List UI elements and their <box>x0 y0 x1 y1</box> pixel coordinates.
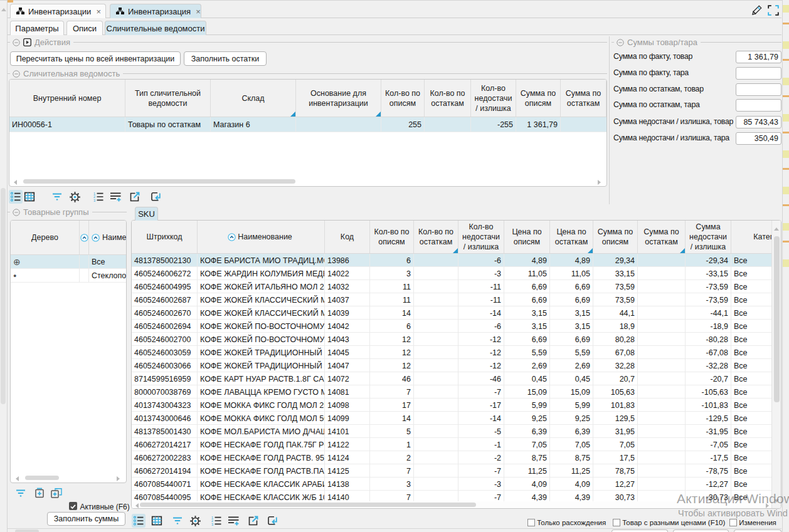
statement-row[interactable]: ИН00056-1Товары по остаткамМагазин 6255-… <box>9 117 606 132</box>
tab-sku[interactable]: SKU <box>135 207 158 221</box>
sku-row[interactable]: 4607085440071КОФЕ НЕСКАФЕ КЛАССИК АРАБИК… <box>132 477 781 491</box>
scroll-right-icon[interactable] <box>766 503 769 508</box>
gear-icon[interactable] <box>188 514 202 528</box>
scroll-left-icon[interactable] <box>135 503 139 508</box>
column-header[interactable]: Сумма по остаткам <box>561 80 606 117</box>
leaf-node-icon[interactable]: ● <box>11 269 80 283</box>
sums-field-input[interactable] <box>736 67 781 80</box>
column-header[interactable]: Тип сличительной ведомости <box>125 80 211 117</box>
tree-row[interactable]: ⊕Все <box>11 255 126 269</box>
sku-row[interactable]: 4813785001430КОФЕ МОЛ.БАРИСТА МИО Д/ЧАШК… <box>132 425 781 438</box>
numbered-list-icon[interactable]: 123 <box>209 514 223 528</box>
column-header[interactable]: Кол-во по остаткам <box>425 80 471 117</box>
list-add-icon[interactable] <box>226 514 240 528</box>
tab-close-icon[interactable]: × <box>196 8 201 16</box>
sums-field-input[interactable] <box>736 83 781 96</box>
list-add-icon[interactable] <box>109 190 122 204</box>
column-header[interactable]: Цена по описям <box>504 221 550 253</box>
column-header[interactable]: Сумма недостачи / излишка <box>686 221 731 253</box>
column-header[interactable]: Склад <box>211 80 296 117</box>
sku-row[interactable]: 4605246004995КОФЕ ЖОКЕЙ ИТАЛЬЯНО МОЛ 250… <box>132 280 781 293</box>
sums-field-input[interactable] <box>736 99 781 112</box>
column-header[interactable]: Кол-во по описям <box>381 80 425 117</box>
tab-inventarizacii[interactable]: Инвентаризации × <box>10 4 106 18</box>
column-header[interactable]: Штрихкод <box>132 221 198 253</box>
scroll-up-icon[interactable] <box>774 227 779 231</box>
left-scrollbar[interactable] <box>0 0 7 532</box>
collapse-icon[interactable] <box>617 39 624 46</box>
sku-row[interactable]: 4013743004323КОФЕ МОККА ФИКС ГОЛД МОЛ 25… <box>132 399 781 412</box>
fill-remainders-button[interactable]: Заполнить остатки <box>184 51 267 66</box>
collapse-icon[interactable] <box>13 39 20 46</box>
sku-row[interactable]: 8714599516959КОФЕ КАРТ НУАР РАСТВ.1.8Г C… <box>132 372 781 385</box>
subtab-opisi[interactable]: Описи <box>66 21 103 35</box>
column-header[interactable]: Кол-во по описям <box>370 221 414 253</box>
sku-vscrollbar[interactable] <box>771 221 781 508</box>
column-header[interactable]: Кол-во по остаткам <box>414 221 458 253</box>
statement-hscrollbar[interactable] <box>9 178 606 185</box>
tree-row[interactable]: ●Стеклопос <box>11 269 126 283</box>
open-external-icon[interactable] <box>246 514 260 528</box>
scroll-right-icon[interactable] <box>117 476 120 481</box>
scroll-down-icon[interactable] <box>774 499 779 503</box>
subtab-slichitelnye[interactable]: Сличительные ведомости <box>105 21 206 35</box>
sums-field-input[interactable]: 85 743,43 <box>736 116 781 128</box>
scroll-left-icon[interactable] <box>16 476 19 481</box>
column-header[interactable] <box>80 221 89 254</box>
scroll-left-icon[interactable] <box>14 180 17 185</box>
filter-checkbox-row[interactable]: Товар с разными ценами (F10) <box>613 516 725 528</box>
refresh-icon[interactable] <box>149 190 162 204</box>
column-header[interactable]: Сумма по описям <box>593 221 638 253</box>
recalc-prices-button[interactable]: Пересчитать цены по всей инвентаризации <box>10 51 181 66</box>
refresh-icon[interactable] <box>265 514 279 528</box>
expand-node-icon[interactable]: ⊕ <box>11 255 80 269</box>
checkbox[interactable] <box>527 519 535 526</box>
column-header[interactable]: Наименование <box>198 221 325 253</box>
sku-vscroll-thumb[interactable] <box>774 236 780 402</box>
active-checkbox-row[interactable]: Активные (F6) <box>69 501 130 512</box>
bullet-list-icon[interactable] <box>9 190 23 204</box>
tab-inventarizaciya[interactable]: Инвентаризация × <box>110 4 201 18</box>
sku-row[interactable]: 8000070038769КОФЕ ЛАВАЦЦА КРЕМО ГУСТО МО… <box>132 385 781 399</box>
scroll-right-icon[interactable] <box>598 180 601 185</box>
fill-sums-button[interactable]: Заполнить суммы <box>47 512 125 526</box>
tab-close-icon[interactable]: × <box>96 8 101 16</box>
column-header[interactable]: Сумма по описям <box>516 80 561 117</box>
grid-icon[interactable] <box>23 190 36 204</box>
collapse-icon[interactable] <box>13 70 20 78</box>
column-header[interactable]: Основание для инвентаризации <box>296 80 381 117</box>
filter-icon[interactable] <box>14 486 28 500</box>
sku-row[interactable]: 4606272014217КОФЕ НЕСКАФЕ ГОЛД ПАК.75Г Р… <box>132 438 781 451</box>
sku-row[interactable]: 4605246002700КОФЕ ЖОКЕЙ ПО-ВОСТОЧНОМУ М1… <box>132 333 781 346</box>
add-subgroup-icon[interactable] <box>50 486 63 500</box>
groups-hscrollbar[interactable] <box>11 474 126 482</box>
left-scrollbar-thumb[interactable] <box>1 188 6 404</box>
statement-hscroll-thumb[interactable] <box>23 179 295 184</box>
sku-hscroll-thumb[interactable] <box>140 503 476 507</box>
collapse-icon[interactable] <box>13 209 20 216</box>
sku-row[interactable]: 4606272002283КОФЕ НЕСКАФЕ ГОЛД РАСТВ. 95… <box>132 451 781 464</box>
sku-row[interactable]: 4605246006272КОФЕ ЖАРДИН КОЛУМБИЯ МЕДЕЛ.… <box>132 267 781 280</box>
gear-icon[interactable] <box>68 190 82 204</box>
sku-row[interactable]: 4013743000646КОФЕ МОККА ФИКС ГОЛД МОЛ 50… <box>132 412 781 425</box>
edit-pencil-icon[interactable] <box>750 4 763 19</box>
groups-hscroll-thumb[interactable] <box>25 476 59 480</box>
sku-row[interactable]: 4605246003059КОФЕ ЖОКЕЙ ТРАДИЦИОННЫЙ МО1… <box>132 346 781 359</box>
column-header[interactable]: Кол-во недостачи / излишка <box>458 221 504 253</box>
run-action-icon[interactable] <box>23 38 31 46</box>
sku-row[interactable]: 4813785002130КОФЕ БАРИСТА МИО ТРАДИЦ.МОЛ… <box>132 254 781 267</box>
sku-row[interactable]: 4605246002687КОФЕ ЖОКЕЙ КЛАССИЧЕСКИЙ МО.… <box>132 293 781 306</box>
open-external-icon[interactable] <box>128 190 142 204</box>
scroll-up-icon[interactable] <box>1 8 6 11</box>
column-header[interactable]: Наименование <box>89 221 127 254</box>
sku-row[interactable]: 4606272014194КОФЕ НЕСКАФЕ ГОЛД РАСТВ.ПАК… <box>132 464 781 477</box>
active-checkbox[interactable] <box>69 502 77 510</box>
column-header[interactable]: Дерево <box>11 221 80 254</box>
bullet-list-icon[interactable] <box>132 514 146 528</box>
sku-hscrollbar[interactable] <box>132 501 771 509</box>
column-header[interactable]: Кол-во недостачи / излишка <box>471 80 516 117</box>
column-header[interactable]: Код <box>325 221 370 253</box>
sums-field-input[interactable]: 1 361,79 <box>736 51 781 63</box>
column-header[interactable]: Сумма по остаткам <box>638 221 686 253</box>
sums-field-input[interactable]: 350,49 <box>736 132 781 145</box>
